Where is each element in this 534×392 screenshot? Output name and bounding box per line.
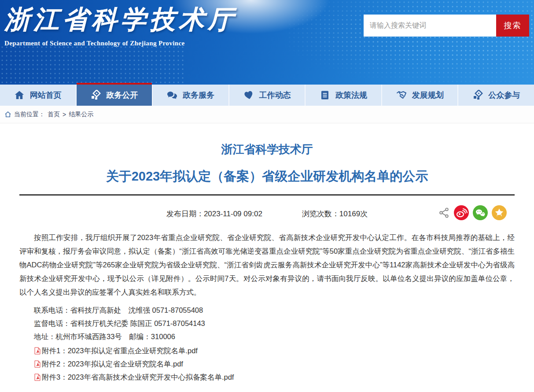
heart-icon (243, 90, 254, 100)
attachment-label: 附件1：2023年拟认定省重点企业研究院名单.pdf (42, 344, 198, 357)
attachment-label: 附件2：2023年拟认定省企业研究院名单.pdf (42, 357, 183, 370)
search-button[interactable]: 搜索 (496, 15, 529, 37)
article-meta: 发布日期：2023-11-09 09:02 浏览次数：10169次 (19, 205, 515, 224)
site-logo: 浙江省科学技术厅 Department of Science and Techn… (4, 2, 237, 47)
chat-icon (167, 90, 177, 100)
address-line: 地址：杭州市环城西路33号 邮编：310006 (34, 330, 515, 343)
signature-block: 浙江省科学技术厅 2023年11月6日 (19, 390, 515, 392)
contact-list: 联系电话：省科技厅高新处 沈维强 0571-87055408 监督电话：省科技厅… (19, 303, 515, 343)
signature-org: 浙江省科学技术厅 (19, 390, 512, 392)
title-divider (19, 194, 515, 196)
attachment-link-3[interactable]: 附件3：2023年省高新技术企业研究开发中心拟备案名单.pdf (34, 370, 515, 384)
pdf-icon (34, 347, 41, 355)
weibo-share-icon[interactable] (454, 205, 469, 220)
share-box (438, 205, 507, 220)
share-icon[interactable] (438, 206, 450, 219)
nav-label: 政务服务 (183, 90, 214, 100)
main-nav: 网站首页 政务公开 政务服务 工作动态 (0, 85, 534, 106)
nav-label: 网站首页 (30, 90, 62, 100)
nav-label: 政策法规 (335, 90, 367, 100)
nav-label: 公众参与 (488, 90, 520, 100)
handshake-icon (396, 90, 407, 100)
breadcrumb-home-link[interactable]: 首页 (48, 111, 60, 118)
page-title: 关于2023年拟认定（备案）省级企业研发机构名单的公示 (19, 168, 515, 185)
pdf-icon (34, 360, 41, 368)
nav-label: 发展规划 (412, 90, 444, 100)
attachment-list: 附件1：2023年拟认定省重点企业研究院名单.pdf 附件2：2023年拟认定省… (19, 344, 515, 384)
nav-item-public-participation[interactable]: 公众参与 (458, 85, 534, 106)
breadcrumb-label: 当前位置： (14, 111, 45, 118)
qzone-share-icon[interactable] (492, 205, 507, 220)
search-input[interactable] (364, 15, 496, 37)
seal-icon (472, 90, 483, 100)
attachment-label: 附件3：2023年省高新技术企业研究开发中心拟备案名单.pdf (42, 370, 234, 384)
article-title-org: 浙江省科学技术厅 (19, 142, 515, 157)
nav-label: 政务公开 (106, 90, 138, 100)
nav-item-development-plan[interactable]: 发展规划 (382, 85, 459, 106)
home-icon (14, 90, 25, 100)
article-body: 按照工作安排，我厅组织开展了2023年省重点企业研究院、省企业研究院、省高新技术… (19, 231, 515, 299)
dot-map-decoration (287, 0, 534, 85)
nav-item-gov-services[interactable]: 政务服务 (153, 85, 229, 106)
attachment-link-1[interactable]: 附件1：2023年拟认定省重点企业研究院名单.pdf (34, 344, 515, 357)
dot-map-decoration (0, 45, 185, 85)
document-icon (320, 90, 330, 100)
contact-phone: 联系电话：省科技厅高新处 沈维强 0571-87055408 (34, 303, 515, 317)
home-outline-icon (4, 111, 11, 118)
nav-item-work-news[interactable]: 工作动态 (229, 85, 306, 106)
nav-label: 工作动态 (259, 90, 291, 100)
breadcrumb-current: 结果公示 (69, 111, 93, 118)
pdf-icon (34, 374, 41, 381)
nav-item-policies[interactable]: 政策法规 (306, 85, 382, 106)
supervision-phone: 监督电话：省科技厅机关纪委 陈国正 0571-87054143 (34, 317, 515, 330)
site-subtitle: Department of Science and Technology of … (4, 40, 237, 47)
attachment-link-2[interactable]: 附件2：2023年拟认定省企业研究院名单.pdf (34, 357, 515, 370)
breadcrumb-separator: > (63, 111, 66, 118)
breadcrumb: 当前位置： 首页 > 结果公示 (0, 106, 534, 123)
nav-item-home[interactable]: 网站首页 (0, 85, 77, 106)
wechat-share-icon[interactable] (473, 205, 488, 220)
nav-item-gov-disclosure[interactable]: 政务公开 (77, 85, 153, 106)
search-bar: 搜索 (364, 15, 529, 37)
seal-icon (90, 90, 101, 100)
view-count: 浏览次数：10169次 (302, 209, 368, 219)
site-header: 浙江省科学技术厅 Department of Science and Techn… (0, 0, 534, 85)
publish-date: 发布日期：2023-11-09 09:02 (166, 209, 262, 219)
article: 浙江省科学技术厅 关于2023年拟认定（备案）省级企业研发机构名单的公示 发布日… (19, 142, 515, 392)
site-title: 浙江省科学技术厅 (4, 2, 237, 37)
